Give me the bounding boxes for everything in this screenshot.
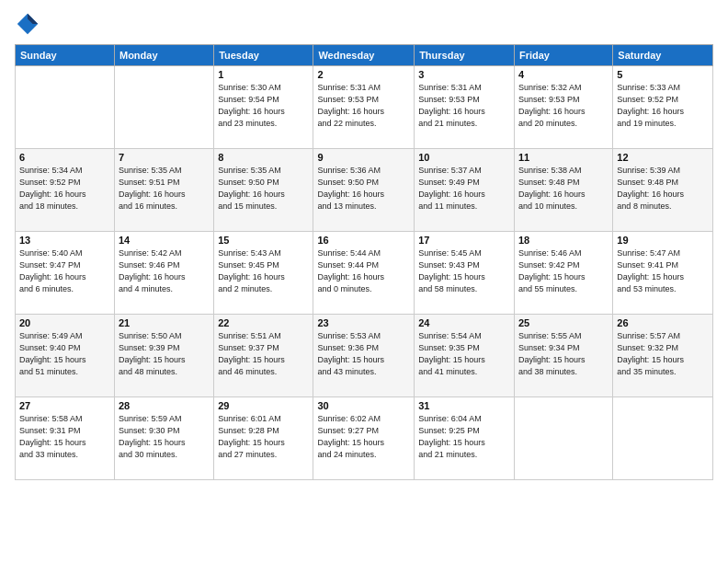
day-number: 4 bbox=[518, 69, 609, 80]
day-info: Sunrise: 5:30 AM Sunset: 9:54 PM Dayligh… bbox=[218, 82, 309, 130]
day-number: 24 bbox=[418, 317, 510, 328]
day-number: 3 bbox=[418, 69, 510, 80]
page: SundayMondayTuesdayWednesdayThursdayFrid… bbox=[0, 0, 728, 563]
day-number: 14 bbox=[119, 235, 210, 246]
calendar-cell: 18Sunrise: 5:46 AM Sunset: 9:42 PM Dayli… bbox=[514, 232, 612, 315]
day-info: Sunrise: 5:45 AM Sunset: 9:43 PM Dayligh… bbox=[418, 247, 510, 295]
weekday-header-wednesday: Wednesday bbox=[313, 45, 415, 66]
day-info: Sunrise: 5:43 AM Sunset: 9:45 PM Dayligh… bbox=[218, 247, 309, 295]
calendar-cell: 9Sunrise: 5:36 AM Sunset: 9:50 PM Daylig… bbox=[313, 149, 415, 232]
day-info: Sunrise: 5:57 AM Sunset: 9:32 PM Dayligh… bbox=[617, 330, 709, 378]
weekday-header-thursday: Thursday bbox=[415, 45, 515, 66]
day-number: 25 bbox=[518, 317, 609, 328]
day-number: 10 bbox=[418, 152, 510, 163]
day-info: Sunrise: 6:02 AM Sunset: 9:27 PM Dayligh… bbox=[317, 413, 410, 461]
day-number: 15 bbox=[218, 235, 309, 246]
day-number: 17 bbox=[418, 235, 510, 246]
day-info: Sunrise: 5:37 AM Sunset: 9:49 PM Dayligh… bbox=[418, 165, 510, 213]
day-number: 5 bbox=[617, 69, 709, 80]
day-number: 9 bbox=[317, 152, 410, 163]
day-info: Sunrise: 5:39 AM Sunset: 9:48 PM Dayligh… bbox=[617, 165, 709, 213]
day-number: 8 bbox=[218, 152, 309, 163]
weekday-header-saturday: Saturday bbox=[613, 45, 713, 66]
calendar-cell: 8Sunrise: 5:35 AM Sunset: 9:50 PM Daylig… bbox=[214, 149, 313, 232]
day-number: 7 bbox=[119, 152, 210, 163]
calendar-cell: 13Sunrise: 5:40 AM Sunset: 9:47 PM Dayli… bbox=[16, 232, 115, 315]
calendar-week-2: 6Sunrise: 5:34 AM Sunset: 9:52 PM Daylig… bbox=[16, 149, 713, 232]
day-number: 6 bbox=[19, 152, 110, 163]
calendar-cell: 21Sunrise: 5:50 AM Sunset: 9:39 PM Dayli… bbox=[114, 315, 213, 397]
day-number: 29 bbox=[218, 400, 309, 411]
logo bbox=[15, 11, 44, 37]
logo-icon bbox=[15, 11, 40, 37]
day-info: Sunrise: 5:40 AM Sunset: 9:47 PM Dayligh… bbox=[19, 247, 110, 295]
calendar-cell: 17Sunrise: 5:45 AM Sunset: 9:43 PM Dayli… bbox=[415, 232, 515, 315]
day-info: Sunrise: 5:35 AM Sunset: 9:51 PM Dayligh… bbox=[119, 165, 210, 213]
calendar-cell: 7Sunrise: 5:35 AM Sunset: 9:51 PM Daylig… bbox=[114, 149, 213, 232]
day-number: 28 bbox=[119, 400, 210, 411]
calendar-cell: 20Sunrise: 5:49 AM Sunset: 9:40 PM Dayli… bbox=[16, 315, 115, 397]
day-info: Sunrise: 5:51 AM Sunset: 9:37 PM Dayligh… bbox=[218, 330, 309, 378]
day-info: Sunrise: 5:47 AM Sunset: 9:41 PM Dayligh… bbox=[617, 247, 709, 295]
day-info: Sunrise: 5:31 AM Sunset: 9:53 PM Dayligh… bbox=[418, 82, 510, 130]
day-info: Sunrise: 5:49 AM Sunset: 9:40 PM Dayligh… bbox=[19, 330, 110, 378]
calendar-cell: 3Sunrise: 5:31 AM Sunset: 9:53 PM Daylig… bbox=[415, 66, 515, 149]
weekday-header-row: SundayMondayTuesdayWednesdayThursdayFrid… bbox=[16, 45, 713, 66]
day-number: 18 bbox=[518, 235, 609, 246]
day-number: 20 bbox=[19, 317, 110, 328]
weekday-header-sunday: Sunday bbox=[16, 45, 115, 66]
calendar-cell bbox=[514, 397, 612, 480]
day-number: 13 bbox=[19, 235, 110, 246]
day-number: 27 bbox=[19, 400, 110, 411]
day-number: 19 bbox=[617, 235, 709, 246]
day-number: 26 bbox=[617, 317, 709, 328]
day-number: 23 bbox=[317, 317, 410, 328]
calendar-week-4: 20Sunrise: 5:49 AM Sunset: 9:40 PM Dayli… bbox=[16, 315, 713, 397]
calendar-cell bbox=[16, 66, 115, 149]
calendar-cell: 15Sunrise: 5:43 AM Sunset: 9:45 PM Dayli… bbox=[214, 232, 313, 315]
calendar-cell: 30Sunrise: 6:02 AM Sunset: 9:27 PM Dayli… bbox=[313, 397, 415, 480]
day-info: Sunrise: 5:59 AM Sunset: 9:30 PM Dayligh… bbox=[119, 413, 210, 461]
day-info: Sunrise: 5:42 AM Sunset: 9:46 PM Dayligh… bbox=[119, 247, 210, 295]
day-info: Sunrise: 5:53 AM Sunset: 9:36 PM Dayligh… bbox=[317, 330, 410, 378]
calendar-cell: 6Sunrise: 5:34 AM Sunset: 9:52 PM Daylig… bbox=[16, 149, 115, 232]
day-number: 1 bbox=[218, 69, 309, 80]
day-info: Sunrise: 5:36 AM Sunset: 9:50 PM Dayligh… bbox=[317, 165, 410, 213]
calendar-week-3: 13Sunrise: 5:40 AM Sunset: 9:47 PM Dayli… bbox=[16, 232, 713, 315]
calendar-cell: 16Sunrise: 5:44 AM Sunset: 9:44 PM Dayli… bbox=[313, 232, 415, 315]
calendar-cell: 12Sunrise: 5:39 AM Sunset: 9:48 PM Dayli… bbox=[613, 149, 713, 232]
calendar-cell bbox=[613, 397, 713, 480]
day-info: Sunrise: 5:33 AM Sunset: 9:52 PM Dayligh… bbox=[617, 82, 709, 130]
calendar-cell: 11Sunrise: 5:38 AM Sunset: 9:48 PM Dayli… bbox=[514, 149, 612, 232]
weekday-header-friday: Friday bbox=[514, 45, 612, 66]
day-info: Sunrise: 6:01 AM Sunset: 9:28 PM Dayligh… bbox=[218, 413, 309, 461]
calendar-cell: 1Sunrise: 5:30 AM Sunset: 9:54 PM Daylig… bbox=[214, 66, 313, 149]
calendar-cell: 5Sunrise: 5:33 AM Sunset: 9:52 PM Daylig… bbox=[613, 66, 713, 149]
day-number: 12 bbox=[617, 152, 709, 163]
day-info: Sunrise: 5:58 AM Sunset: 9:31 PM Dayligh… bbox=[19, 413, 110, 461]
day-number: 31 bbox=[418, 400, 510, 411]
day-info: Sunrise: 5:35 AM Sunset: 9:50 PM Dayligh… bbox=[218, 165, 309, 213]
day-info: Sunrise: 5:31 AM Sunset: 9:53 PM Dayligh… bbox=[317, 82, 410, 130]
day-number: 21 bbox=[119, 317, 210, 328]
day-info: Sunrise: 5:44 AM Sunset: 9:44 PM Dayligh… bbox=[317, 247, 410, 295]
day-number: 30 bbox=[317, 400, 410, 411]
day-info: Sunrise: 5:50 AM Sunset: 9:39 PM Dayligh… bbox=[119, 330, 210, 378]
day-info: Sunrise: 5:46 AM Sunset: 9:42 PM Dayligh… bbox=[518, 247, 609, 295]
weekday-header-monday: Monday bbox=[114, 45, 213, 66]
calendar-cell: 28Sunrise: 5:59 AM Sunset: 9:30 PM Dayli… bbox=[114, 397, 213, 480]
calendar-week-5: 27Sunrise: 5:58 AM Sunset: 9:31 PM Dayli… bbox=[16, 397, 713, 480]
weekday-header-tuesday: Tuesday bbox=[214, 45, 313, 66]
day-number: 11 bbox=[518, 152, 609, 163]
day-info: Sunrise: 6:04 AM Sunset: 9:25 PM Dayligh… bbox=[418, 413, 510, 461]
calendar-cell: 31Sunrise: 6:04 AM Sunset: 9:25 PM Dayli… bbox=[415, 397, 515, 480]
calendar-cell: 25Sunrise: 5:55 AM Sunset: 9:34 PM Dayli… bbox=[514, 315, 612, 397]
day-info: Sunrise: 5:54 AM Sunset: 9:35 PM Dayligh… bbox=[418, 330, 510, 378]
calendar: SundayMondayTuesdayWednesdayThursdayFrid… bbox=[15, 44, 713, 480]
calendar-week-1: 1Sunrise: 5:30 AM Sunset: 9:54 PM Daylig… bbox=[16, 66, 713, 149]
calendar-cell: 22Sunrise: 5:51 AM Sunset: 9:37 PM Dayli… bbox=[214, 315, 313, 397]
day-number: 2 bbox=[317, 69, 410, 80]
calendar-cell: 10Sunrise: 5:37 AM Sunset: 9:49 PM Dayli… bbox=[415, 149, 515, 232]
calendar-cell: 29Sunrise: 6:01 AM Sunset: 9:28 PM Dayli… bbox=[214, 397, 313, 480]
header bbox=[15, 11, 713, 37]
